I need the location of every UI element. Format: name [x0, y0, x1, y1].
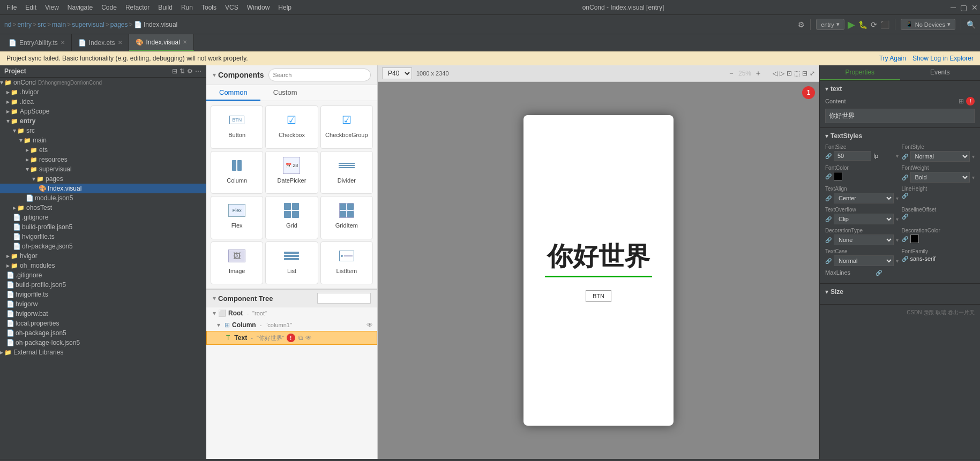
zoom-out-btn[interactable]: －: [728, 69, 735, 78]
breadcrumb-src[interactable]: src: [38, 21, 46, 28]
comp-checkboxgroup[interactable]: ☑ CheckboxGroup: [320, 105, 373, 149]
tree-node-column[interactable]: ▾ ⊞ Column - "column1" 👁: [206, 319, 377, 331]
tab-events[interactable]: Events: [900, 65, 981, 80]
tab-entryability-close[interactable]: ✕: [61, 40, 65, 46]
menu-item-window[interactable]: Window: [243, 3, 274, 12]
menu-item-view[interactable]: View: [41, 3, 63, 12]
tree-hvigor[interactable]: ▸ 📁 .hvigor: [0, 87, 206, 97]
textcase-link-icon[interactable]: 🔗: [825, 258, 832, 264]
menu-item-edit[interactable]: Edit: [21, 3, 41, 12]
comp-flex[interactable]: Flex Flex: [211, 196, 263, 239]
tree-buildprofile2[interactable]: 📄 build-profile.json5: [0, 280, 206, 290]
fontsize-link-icon[interactable]: 🔗: [825, 153, 832, 159]
tab-entryability[interactable]: 📄 EntryAbility.ts ✕: [2, 34, 72, 51]
fontweight-link-icon[interactable]: 🔗: [902, 175, 908, 180]
tree-hvigorwbat[interactable]: 📄 hvigorw.bat: [0, 309, 206, 319]
menu-item-tools[interactable]: Tools: [197, 3, 221, 12]
fontstyle-drop-icon[interactable]: ▾: [972, 154, 975, 160]
zoom-in-btn[interactable]: ＋: [754, 69, 762, 78]
search-toolbar-icon[interactable]: 🔍: [967, 20, 976, 29]
fontweight-select[interactable]: Bold: [910, 172, 970, 183]
fontstyle-link-icon[interactable]: 🔗: [902, 154, 908, 160]
props-section-text-header[interactable]: ▾ text: [825, 85, 975, 93]
content-value-box[interactable]: 你好世界: [825, 109, 975, 123]
run-button[interactable]: ▶: [848, 19, 855, 31]
tab-indexets-close[interactable]: ✕: [118, 40, 122, 46]
tree-hvigorfile2[interactable]: 📄 hvigorfile.ts: [0, 290, 206, 299]
fontcolor-link-icon[interactable]: 🔗: [825, 173, 832, 179]
breadcrumb-pages[interactable]: pages: [110, 21, 128, 28]
tree-external[interactable]: ▸ 📁 External Libraries: [0, 347, 206, 357]
lineheight-link-icon[interactable]: 🔗: [902, 193, 908, 199]
comp-image[interactable]: 🖼 Image: [211, 241, 263, 285]
maximize-btn[interactable]: ▢: [960, 3, 967, 12]
tree-localprops[interactable]: 📄 local.properties: [0, 319, 206, 328]
breadcrumb-supervisual[interactable]: supervisual: [72, 21, 104, 28]
props-section-textstyles-header[interactable]: ▾ TextStyles: [825, 132, 975, 140]
tree-sort-icon[interactable]: ⇅: [179, 67, 185, 75]
comp-tree-search[interactable]: [317, 293, 371, 304]
sync-icon[interactable]: ⟳: [871, 20, 877, 29]
minimize-btn[interactable]: ─: [951, 3, 956, 12]
tab-indexets[interactable]: 📄 Index.ets ✕: [72, 34, 129, 51]
tab-common[interactable]: Common: [206, 85, 260, 101]
tree-resources[interactable]: ▸ 📁 resources: [0, 155, 206, 164]
textalign-drop-icon[interactable]: ▾: [896, 195, 899, 201]
tree-ohpackage2[interactable]: 📄 oh-package.json5: [0, 328, 206, 338]
comp-datepicker[interactable]: 📅 28 DatePicker: [265, 151, 318, 194]
menu-item-help[interactable]: Help: [274, 3, 296, 12]
comp-grid[interactable]: Grid: [265, 196, 318, 239]
fontsize-drop-icon[interactable]: ▾: [896, 153, 899, 159]
props-section-size-header[interactable]: ▾ Size: [825, 288, 975, 296]
tree-modulejson5[interactable]: 📄 module.json5: [0, 193, 206, 203]
collapse-tree-icon[interactable]: ▾: [213, 294, 216, 302]
menu-item-vcs[interactable]: VCS: [221, 3, 243, 12]
textcase-drop-icon[interactable]: ▾: [896, 258, 899, 264]
copy-icon-text[interactable]: ⧉: [298, 334, 303, 342]
canvas-button[interactable]: BTN: [586, 290, 611, 302]
comp-list[interactable]: List: [265, 241, 318, 285]
device-button[interactable]: 📱 No Devices ▾: [901, 19, 955, 30]
menu-item-file[interactable]: File: [2, 3, 21, 12]
try-again-link[interactable]: Try Again: [879, 55, 906, 62]
tree-gitignore1[interactable]: 📄 .gitignore: [0, 213, 206, 222]
entry-selector[interactable]: entry ▾: [816, 19, 844, 30]
tree-ohmodules[interactable]: ▸ 📁 oh_modules: [0, 261, 206, 270]
components-search[interactable]: [268, 69, 371, 81]
menu-item-refactor[interactable]: Refactor: [121, 3, 154, 12]
fontcolor-swatch[interactable]: [834, 172, 842, 180]
decorationcolor-swatch[interactable]: [910, 235, 919, 243]
tree-ohostest[interactable]: ▸ 📁 ohosTest: [0, 203, 206, 213]
menu-item-run[interactable]: Run: [177, 3, 197, 12]
tree-hvigorw[interactable]: 📄 hvigorw: [0, 299, 206, 309]
tree-idea[interactable]: ▸ 📁 .idea: [0, 97, 206, 107]
fontweight-drop-icon[interactable]: ▾: [972, 175, 975, 180]
textoverflow-select[interactable]: Clip: [834, 214, 894, 224]
decorationcolor-link-icon[interactable]: 🔗: [902, 236, 908, 242]
comp-checkbox[interactable]: ☑ Checkbox: [265, 105, 318, 149]
comp-button[interactable]: BTN Button: [211, 105, 263, 149]
breadcrumb-file[interactable]: 📄 Index.visual: [134, 21, 178, 28]
decorationtype-drop-icon[interactable]: ▾: [896, 237, 899, 243]
tree-node-text[interactable]: T Text - "你好世界" ! ⧉ 👁: [206, 331, 377, 345]
decorationtype-link-icon[interactable]: 🔗: [825, 237, 832, 243]
tree-gitignore2[interactable]: 📄 .gitignore: [0, 270, 206, 280]
tree-oncond[interactable]: ▾ 📁 onCond D:\hongmengDom\onCond: [0, 78, 206, 87]
tree-pages[interactable]: ▾ 📁 pages: [0, 174, 206, 184]
tree-node-root[interactable]: ▾ ⬜ Root - "root": [206, 307, 377, 319]
eye-icon-column[interactable]: 👁: [366, 321, 373, 329]
tab-properties[interactable]: Properties: [820, 65, 900, 80]
show-log-link[interactable]: Show Log in Explorer: [912, 55, 974, 62]
maxlines-link-icon[interactable]: 🔗: [876, 270, 882, 276]
textalign-select[interactable]: Center: [834, 193, 894, 203]
baselineoffset-link-icon[interactable]: 🔗: [902, 214, 908, 220]
textoverflow-link-icon[interactable]: 🔗: [825, 216, 832, 222]
tree-entry[interactable]: ▾ 📁 entry: [0, 116, 206, 126]
textalign-link-icon[interactable]: 🔗: [825, 195, 832, 201]
decorationtype-select[interactable]: None: [834, 235, 894, 245]
stop-icon[interactable]: ⬛: [880, 20, 889, 29]
debug-icon[interactable]: 🐛: [858, 20, 867, 29]
fontstyle-select[interactable]: Normal: [910, 151, 970, 162]
comp-divider[interactable]: Divider: [320, 151, 373, 194]
textoverflow-drop-icon[interactable]: ▾: [896, 216, 899, 222]
